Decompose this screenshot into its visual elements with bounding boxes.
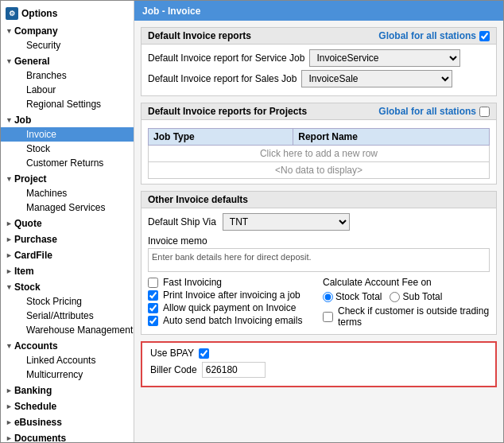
sidebar-item-warehouse-management[interactable]: Warehouse Management — [1, 323, 134, 337]
projects-panel: Default Invoice reports for Projects Glo… — [141, 103, 497, 185]
projects-table: Job Type Report Name Click here to add a… — [148, 128, 490, 179]
quick-payment-row: Allow quick payment on Invoice — [148, 302, 315, 313]
service-job-select[interactable]: InvoiceService — [309, 49, 460, 67]
sidebar-item-serial-attributes[interactable]: Serial/Attributes — [1, 309, 134, 323]
sidebar-section-general-label[interactable]: ▼ General — [1, 54, 134, 68]
use-bpay-row: Use BPAY — [150, 348, 487, 359]
sidebar-section-job: ▼ Job Invoice Stock Customer Returns — [1, 112, 134, 171]
sales-job-row: Default Invoice report for Sales Job Inv… — [148, 70, 490, 87]
sidebar-section-documents: ► Documents — [1, 430, 134, 442]
biller-code-row: Biller Code — [150, 362, 487, 378]
memo-box[interactable]: Enter bank details here for direct depos… — [148, 248, 490, 272]
left-checkboxes: Fast Invoicing Print Invoice after invoi… — [148, 277, 315, 329]
calc-fee-radios: Stock Total Sub Total — [323, 291, 490, 302]
sidebar-item-linked-accounts[interactable]: Linked Accounts — [1, 353, 134, 367]
other-defaults-body: Default Ship Via TNT Invoice memo Enter … — [142, 208, 496, 334]
auto-send-label: Auto send batch Invoicing emails — [163, 315, 302, 326]
add-row-cell[interactable]: Click here to add a new row — [149, 146, 490, 162]
sidebar-section-company-label[interactable]: ▼ Company — [1, 24, 134, 38]
sidebar-section-item: ► Item — [1, 263, 134, 279]
global-for-stations-label: Global for all stations — [378, 30, 490, 41]
right-options: Calculate Account Fee on Stock Total Sub… — [323, 277, 490, 329]
sidebar-section-stock-label[interactable]: ▼ Stock — [1, 280, 134, 294]
col-job-type: Job Type — [149, 129, 293, 146]
auto-send-checkbox[interactable] — [148, 316, 158, 326]
main-content: Job - Invoice Default Invoice reports Gl… — [134, 1, 503, 442]
use-bpay-label: Use BPAY — [150, 348, 194, 359]
sidebar-section-accounts-label[interactable]: ▼ Accounts — [1, 339, 134, 353]
projects-global-label: Global for all stations — [378, 106, 490, 117]
sidebar-item-invoice[interactable]: Invoice — [1, 127, 134, 142]
quick-payment-label: Allow quick payment on Invoice — [163, 302, 296, 313]
other-defaults-panel: Other Invoice defaults Default Ship Via … — [141, 191, 497, 335]
print-after-label: Print Invoice after invoicing a job — [163, 290, 300, 301]
sidebar-section-ebusiness-label[interactable]: ► eBusiness — [1, 415, 134, 429]
calc-fee-label: Calculate Account Fee on — [323, 277, 432, 288]
sub-total-radio[interactable] — [390, 292, 400, 302]
print-after-row: Print Invoice after invoicing a job — [148, 290, 315, 301]
sidebar-item-regional-settings[interactable]: Regional Settings — [1, 97, 134, 111]
sidebar-section-job-label[interactable]: ▼ Job — [1, 113, 134, 127]
sidebar-section-banking-label[interactable]: ► Banking — [1, 383, 134, 398]
memo-section: Invoice memo Enter bank details here for… — [148, 235, 490, 272]
service-job-row: Default Invoice report for Service Job I… — [148, 49, 490, 67]
sidebar-item-customer-returns[interactable]: Customer Returns — [1, 156, 134, 170]
page-header: Job - Invoice — [134, 1, 503, 21]
sub-total-radio-label[interactable]: Sub Total — [390, 291, 442, 302]
sidebar-section-schedule: ► Schedule — [1, 398, 134, 414]
sidebar-section-purchase: ► Purchase — [1, 231, 134, 247]
default-invoice-reports-title: Default Invoice reports Global for all s… — [142, 28, 496, 45]
sidebar-section-item-label[interactable]: ► Item — [1, 264, 134, 278]
sidebar-section-project-label[interactable]: ▼ Project — [1, 172, 134, 186]
fast-invoicing-label: Fast Invoicing — [163, 277, 222, 288]
sidebar-section-stock: ▼ Stock Stock Pricing Serial/Attributes … — [1, 279, 134, 338]
outside-trading-row: Check if customer is outside trading ter… — [323, 305, 490, 328]
stock-total-radio-label[interactable]: Stock Total — [323, 291, 382, 302]
sidebar-section-schedule-label[interactable]: ► Schedule — [1, 399, 134, 414]
sidebar-section-documents-label[interactable]: ► Documents — [1, 431, 134, 442]
use-bpay-checkbox[interactable] — [199, 348, 209, 359]
fast-invoicing-row: Fast Invoicing — [148, 277, 315, 288]
quick-payment-checkbox[interactable] — [148, 303, 158, 313]
sidebar-section-ebusiness: ► eBusiness — [1, 414, 134, 430]
sidebar-section-cardfile: ► CardFile — [1, 247, 134, 263]
sidebar-item-machines[interactable]: Machines — [1, 186, 134, 200]
auto-send-row: Auto send batch Invoicing emails — [148, 315, 315, 326]
sidebar-section-banking: ► Banking — [1, 383, 134, 398]
biller-code-input[interactable] — [202, 362, 266, 378]
projects-global-checkbox[interactable] — [479, 107, 490, 117]
app-title: ⚙ Options — [1, 4, 134, 23]
outside-trading-label: Check if customer is outside trading ter… — [338, 305, 490, 328]
col-report-name: Report Name — [293, 129, 490, 146]
app-icon: ⚙ — [6, 7, 18, 20]
sidebar-item-security[interactable]: Security — [1, 38, 134, 52]
sidebar-item-branches[interactable]: Branches — [1, 68, 134, 83]
sales-job-select[interactable]: InvoiceSale — [301, 70, 452, 87]
checkboxes-area: Fast Invoicing Print Invoice after invoi… — [148, 277, 490, 329]
sidebar-section-cardfile-label[interactable]: ► CardFile — [1, 248, 134, 262]
bpay-panel: Use BPAY Biller Code — [141, 341, 497, 387]
projects-panel-title: Default Invoice reports for Projects Glo… — [142, 103, 496, 120]
sidebar-item-labour[interactable]: Labour — [1, 83, 134, 97]
outside-trading-checkbox[interactable] — [323, 312, 333, 322]
sidebar-section-accounts: ▼ Accounts Linked Accounts Multicurrency — [1, 338, 134, 383]
sales-job-label: Default Invoice report for Sales Job — [148, 73, 297, 84]
sidebar: ⚙ Options ▼ Company Security ▼ General B… — [1, 1, 134, 442]
sidebar-section-quote-label[interactable]: ► Quote — [1, 216, 134, 231]
ship-via-label: Default Ship Via — [148, 216, 216, 227]
global-stations-checkbox[interactable] — [479, 31, 490, 41]
sidebar-section-purchase-label[interactable]: ► Purchase — [1, 232, 134, 247]
print-after-checkbox[interactable] — [148, 290, 158, 301]
sidebar-item-multicurrency[interactable]: Multicurrency — [1, 367, 134, 382]
content-area: Default Invoice reports Global for all s… — [134, 21, 503, 442]
ship-via-select[interactable]: TNT — [223, 213, 350, 231]
sidebar-item-stock[interactable]: Stock — [1, 142, 134, 156]
stock-total-radio[interactable] — [323, 292, 333, 302]
fast-invoicing-checkbox[interactable] — [148, 278, 158, 288]
sidebar-section-quote: ► Quote — [1, 216, 134, 231]
sidebar-item-managed-services[interactable]: Managed Services — [1, 200, 134, 215]
service-job-label: Default Invoice report for Service Job — [148, 52, 304, 64]
no-data-cell: <No data to display> — [149, 162, 490, 179]
sidebar-section-company: ▼ Company Security — [1, 23, 134, 53]
sidebar-item-stock-pricing[interactable]: Stock Pricing — [1, 294, 134, 309]
